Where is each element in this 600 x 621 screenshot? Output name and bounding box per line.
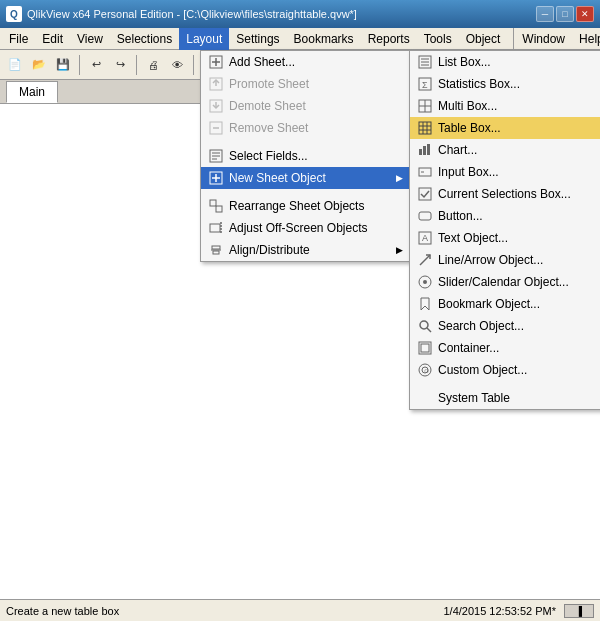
toolbar-back-button[interactable]: ◀ Back: [294, 55, 342, 74]
toolbar-separator-2: [136, 55, 137, 75]
toolbar-separator-4: [226, 55, 227, 75]
menu-tools[interactable]: Tools: [417, 28, 459, 50]
app-icon: Q: [6, 6, 22, 22]
toolbar-preview[interactable]: 👁: [166, 54, 188, 76]
title-bar: Q QlikView x64 Personal Edition - [C:\Ql…: [0, 0, 600, 28]
menu-bookmarks[interactable]: Bookmarks: [287, 28, 361, 50]
scrollbar[interactable]: ▐: [564, 604, 594, 618]
main-content: [0, 104, 600, 599]
toolbar-separator-1: [79, 55, 80, 75]
menu-selections[interactable]: Selections: [110, 28, 179, 50]
minimize-button[interactable]: ─: [536, 6, 554, 22]
statusbar: Create a new table box 1/4/2015 12:53:52…: [0, 599, 600, 621]
toolbar-new[interactable]: 📄: [4, 54, 26, 76]
toolbar-save[interactable]: 💾: [52, 54, 74, 76]
menu-help[interactable]: Help: [572, 28, 600, 50]
toolbar-clear-button[interactable]: ▼ Clear: [236, 56, 288, 74]
toolbar-help[interactable]: ?: [199, 54, 221, 76]
toolbar-print[interactable]: 🖨: [142, 54, 164, 76]
menu-object[interactable]: Object: [459, 28, 508, 50]
menu-view[interactable]: View: [70, 28, 110, 50]
tab-area: Main: [0, 80, 600, 104]
menu-layout[interactable]: Layout: [179, 28, 229, 50]
menu-window[interactable]: Window: [513, 28, 572, 50]
menubar: File Edit View Selections Layout Setting…: [0, 28, 600, 50]
toolbar-open[interactable]: 📂: [28, 54, 50, 76]
tab-main[interactable]: Main: [6, 81, 58, 103]
menu-edit[interactable]: Edit: [35, 28, 70, 50]
menu-reports[interactable]: Reports: [361, 28, 417, 50]
maximize-button[interactable]: □: [556, 6, 574, 22]
toolbar-undo[interactable]: ↩: [85, 54, 107, 76]
toolbar-separator-3: [193, 55, 194, 75]
window-controls: ─ □ ✕: [536, 6, 594, 22]
toolbar: 📄 📂 💾 ↩ ↪ 🖨 👁 ? ▼ Clear ◀ Back: [0, 50, 600, 80]
status-text: Create a new table box: [6, 605, 225, 617]
close-button[interactable]: ✕: [576, 6, 594, 22]
menu-settings[interactable]: Settings: [229, 28, 286, 50]
window-title: QlikView x64 Personal Edition - [C:\Qlik…: [27, 8, 536, 20]
menu-file[interactable]: File: [2, 28, 35, 50]
status-time: 1/4/2015 12:53:52 PM*: [443, 605, 556, 617]
toolbar-redo[interactable]: ↪: [109, 54, 131, 76]
